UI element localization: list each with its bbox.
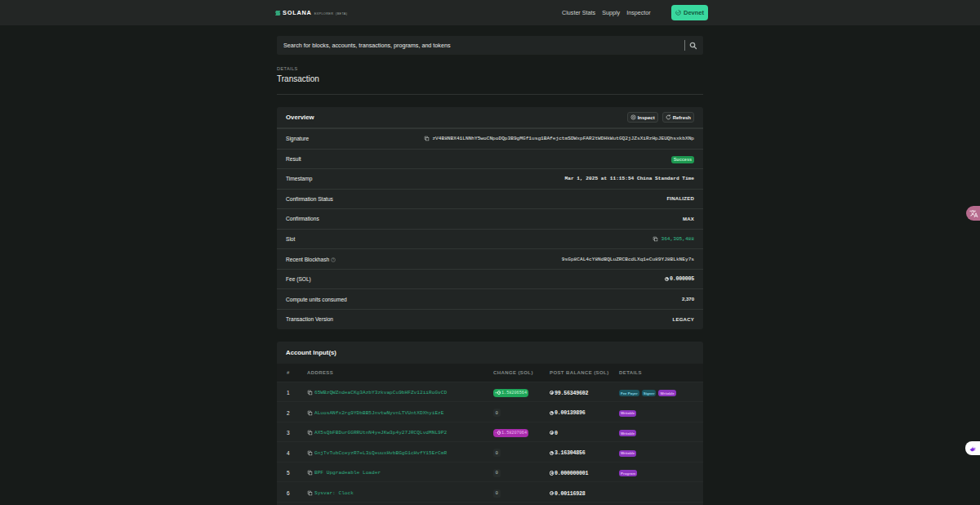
svg-text:?: ? [332, 258, 334, 261]
